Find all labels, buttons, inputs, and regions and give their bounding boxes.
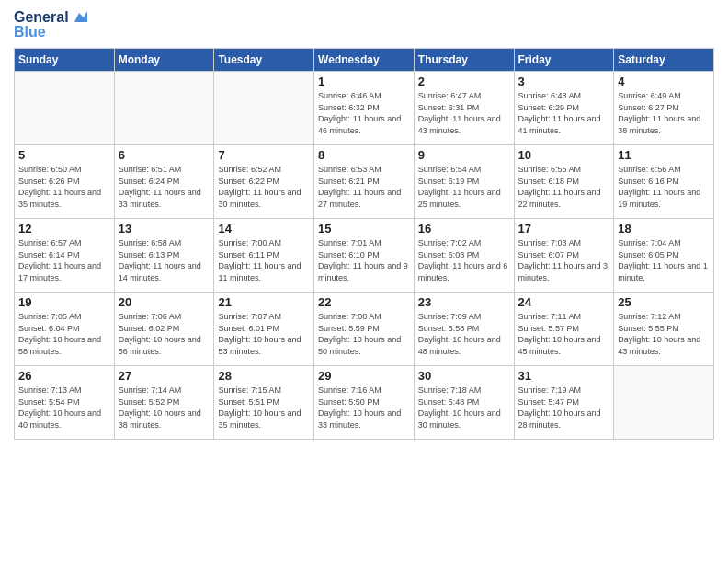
day-info: Sunrise: 6:55 AM Sunset: 6:18 PM Dayligh… (518, 164, 610, 210)
day-number: 20 (119, 295, 210, 309)
day-number: 17 (518, 222, 610, 236)
day-info: Sunrise: 7:03 AM Sunset: 6:07 PM Dayligh… (518, 237, 610, 283)
calendar-week-row: 26Sunrise: 7:13 AM Sunset: 5:54 PM Dayli… (15, 366, 714, 440)
calendar-day (214, 72, 314, 145)
day-info: Sunrise: 6:47 AM Sunset: 6:31 PM Dayligh… (418, 90, 510, 136)
day-number: 11 (618, 148, 710, 162)
day-number: 8 (318, 148, 410, 162)
calendar-day (15, 72, 115, 145)
day-info: Sunrise: 7:02 AM Sunset: 6:08 PM Dayligh… (418, 237, 510, 283)
calendar-day (114, 72, 214, 145)
day-info: Sunrise: 6:51 AM Sunset: 6:24 PM Dayligh… (119, 164, 210, 210)
calendar-day: 17Sunrise: 7:03 AM Sunset: 6:07 PM Dayli… (514, 219, 614, 293)
calendar-day: 10Sunrise: 6:55 AM Sunset: 6:18 PM Dayli… (514, 145, 614, 219)
day-number: 24 (518, 295, 610, 309)
calendar-day: 22Sunrise: 7:08 AM Sunset: 5:59 PM Dayli… (314, 293, 415, 366)
day-number: 3 (518, 75, 610, 88)
calendar-day: 7Sunrise: 6:52 AM Sunset: 6:22 PM Daylig… (214, 145, 314, 219)
calendar-day: 4Sunrise: 6:49 AM Sunset: 6:27 PM Daylig… (614, 72, 714, 145)
calendar-week-row: 12Sunrise: 6:57 AM Sunset: 6:14 PM Dayli… (15, 219, 714, 293)
calendar-day: 12Sunrise: 6:57 AM Sunset: 6:14 PM Dayli… (15, 219, 115, 293)
day-number: 18 (618, 222, 710, 236)
calendar-day: 16Sunrise: 7:02 AM Sunset: 6:08 PM Dayli… (414, 219, 514, 293)
day-info: Sunrise: 7:07 AM Sunset: 6:01 PM Dayligh… (218, 311, 310, 357)
page-container: General Blue SundayMondayTuesdayWednesda… (0, 0, 728, 449)
calendar-header-row: SundayMondayTuesdayWednesdayThursdayFrid… (15, 49, 714, 72)
day-info: Sunrise: 7:06 AM Sunset: 6:02 PM Dayligh… (119, 311, 210, 357)
svg-marker-0 (74, 11, 87, 22)
day-info: Sunrise: 7:18 AM Sunset: 5:48 PM Dayligh… (418, 385, 510, 431)
day-number: 22 (318, 295, 410, 309)
day-info: Sunrise: 6:49 AM Sunset: 6:27 PM Dayligh… (618, 90, 710, 136)
calendar-body: 1Sunrise: 6:46 AM Sunset: 6:32 PM Daylig… (15, 72, 714, 440)
day-info: Sunrise: 7:05 AM Sunset: 6:04 PM Dayligh… (18, 311, 110, 357)
calendar-day: 26Sunrise: 7:13 AM Sunset: 5:54 PM Dayli… (15, 366, 115, 440)
calendar-day: 28Sunrise: 7:15 AM Sunset: 5:51 PM Dayli… (214, 366, 314, 440)
header: General Blue (14, 9, 714, 40)
calendar-day: 30Sunrise: 7:18 AM Sunset: 5:48 PM Dayli… (414, 366, 514, 440)
weekday-header: Tuesday (214, 49, 314, 72)
day-info: Sunrise: 6:52 AM Sunset: 6:22 PM Dayligh… (218, 164, 310, 210)
calendar-table: SundayMondayTuesdayWednesdayThursdayFrid… (14, 48, 714, 440)
day-number: 4 (618, 75, 710, 88)
logo: General Blue (14, 9, 87, 40)
calendar-week-row: 19Sunrise: 7:05 AM Sunset: 6:04 PM Dayli… (15, 293, 714, 366)
day-info: Sunrise: 6:48 AM Sunset: 6:29 PM Dayligh… (518, 90, 610, 136)
weekday-header: Saturday (614, 49, 714, 72)
calendar-day: 27Sunrise: 7:14 AM Sunset: 5:52 PM Dayli… (114, 366, 214, 440)
day-number: 16 (418, 222, 510, 236)
day-info: Sunrise: 6:57 AM Sunset: 6:14 PM Dayligh… (18, 237, 110, 283)
calendar-week-row: 5Sunrise: 6:50 AM Sunset: 6:26 PM Daylig… (15, 145, 714, 219)
day-number: 9 (418, 148, 510, 162)
calendar-day: 9Sunrise: 6:54 AM Sunset: 6:19 PM Daylig… (414, 145, 514, 219)
day-number: 25 (618, 295, 710, 309)
calendar-day: 6Sunrise: 6:51 AM Sunset: 6:24 PM Daylig… (114, 145, 214, 219)
calendar-day: 24Sunrise: 7:11 AM Sunset: 5:57 PM Dayli… (514, 293, 614, 366)
day-number: 5 (18, 148, 110, 162)
day-info: Sunrise: 7:11 AM Sunset: 5:57 PM Dayligh… (518, 311, 610, 357)
day-info: Sunrise: 7:08 AM Sunset: 5:59 PM Dayligh… (318, 311, 410, 357)
calendar-day: 13Sunrise: 6:58 AM Sunset: 6:13 PM Dayli… (114, 219, 214, 293)
day-number: 7 (218, 148, 310, 162)
day-info: Sunrise: 7:14 AM Sunset: 5:52 PM Dayligh… (119, 385, 210, 431)
day-info: Sunrise: 6:58 AM Sunset: 6:13 PM Dayligh… (119, 237, 210, 283)
day-info: Sunrise: 7:12 AM Sunset: 5:55 PM Dayligh… (618, 311, 710, 357)
calendar-day: 19Sunrise: 7:05 AM Sunset: 6:04 PM Dayli… (15, 293, 115, 366)
calendar-day: 31Sunrise: 7:19 AM Sunset: 5:47 PM Dayli… (514, 366, 614, 440)
day-number: 12 (18, 222, 110, 236)
calendar-day: 14Sunrise: 7:00 AM Sunset: 6:11 PM Dayli… (214, 219, 314, 293)
day-info: Sunrise: 6:46 AM Sunset: 6:32 PM Dayligh… (318, 90, 410, 136)
day-number: 26 (18, 369, 110, 383)
day-number: 10 (518, 148, 610, 162)
day-number: 23 (418, 295, 510, 309)
day-info: Sunrise: 7:01 AM Sunset: 6:10 PM Dayligh… (318, 237, 410, 283)
day-number: 15 (318, 222, 410, 236)
day-number: 19 (18, 295, 110, 309)
weekday-header: Wednesday (314, 49, 415, 72)
calendar-day: 8Sunrise: 6:53 AM Sunset: 6:21 PM Daylig… (314, 145, 415, 219)
day-info: Sunrise: 7:15 AM Sunset: 5:51 PM Dayligh… (218, 385, 310, 431)
weekday-header: Thursday (414, 49, 514, 72)
calendar-day: 2Sunrise: 6:47 AM Sunset: 6:31 PM Daylig… (414, 72, 514, 145)
day-number: 30 (418, 369, 510, 383)
day-number: 1 (318, 75, 410, 88)
logo-text: General Blue (14, 9, 87, 40)
day-info: Sunrise: 7:00 AM Sunset: 6:11 PM Dayligh… (218, 237, 310, 283)
day-info: Sunrise: 6:53 AM Sunset: 6:21 PM Dayligh… (318, 164, 410, 210)
weekday-header: Monday (114, 49, 214, 72)
day-info: Sunrise: 6:56 AM Sunset: 6:16 PM Dayligh… (618, 164, 710, 210)
calendar-day: 1Sunrise: 6:46 AM Sunset: 6:32 PM Daylig… (314, 72, 415, 145)
calendar-day (614, 366, 714, 440)
day-number: 2 (418, 75, 510, 88)
calendar-day: 20Sunrise: 7:06 AM Sunset: 6:02 PM Dayli… (114, 293, 214, 366)
day-info: Sunrise: 7:19 AM Sunset: 5:47 PM Dayligh… (518, 385, 610, 431)
day-number: 13 (119, 222, 210, 236)
calendar-day: 21Sunrise: 7:07 AM Sunset: 6:01 PM Dayli… (214, 293, 314, 366)
calendar-day: 3Sunrise: 6:48 AM Sunset: 6:29 PM Daylig… (514, 72, 614, 145)
calendar-day: 15Sunrise: 7:01 AM Sunset: 6:10 PM Dayli… (314, 219, 415, 293)
calendar-day: 23Sunrise: 7:09 AM Sunset: 5:58 PM Dayli… (414, 293, 514, 366)
day-info: Sunrise: 7:16 AM Sunset: 5:50 PM Dayligh… (318, 385, 410, 431)
calendar-week-row: 1Sunrise: 6:46 AM Sunset: 6:32 PM Daylig… (15, 72, 714, 145)
calendar-day: 11Sunrise: 6:56 AM Sunset: 6:16 PM Dayli… (614, 145, 714, 219)
calendar-day: 29Sunrise: 7:16 AM Sunset: 5:50 PM Dayli… (314, 366, 415, 440)
